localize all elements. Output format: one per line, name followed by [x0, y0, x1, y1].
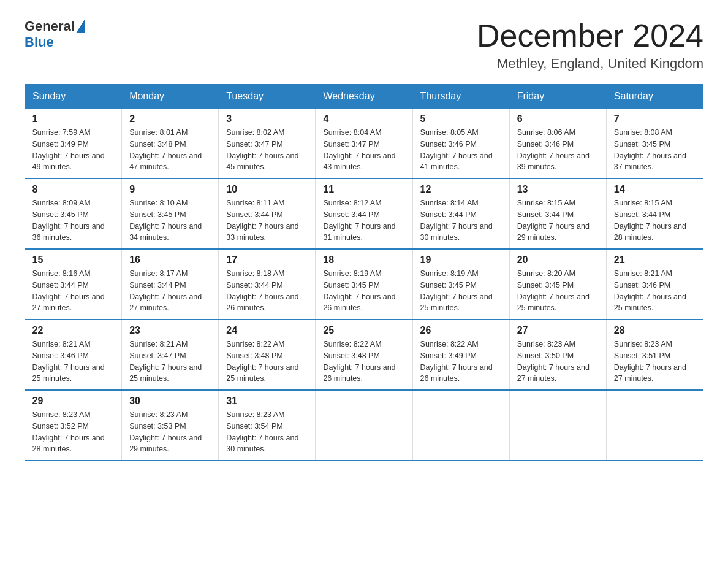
calendar-week-row: 29Sunrise: 8:23 AMSunset: 3:52 PMDayligh… — [25, 390, 703, 461]
calendar-cell — [606, 390, 703, 461]
calendar-cell: 17Sunrise: 8:18 AMSunset: 3:44 PMDayligh… — [219, 249, 316, 320]
calendar-week-row: 22Sunrise: 8:21 AMSunset: 3:46 PMDayligh… — [25, 320, 703, 390]
day-number: 24 — [226, 325, 308, 336]
calendar-cell: 21Sunrise: 8:21 AMSunset: 3:46 PMDayligh… — [606, 249, 703, 320]
calendar-cell: 15Sunrise: 8:16 AMSunset: 3:44 PMDayligh… — [25, 249, 122, 320]
day-number: 7 — [614, 113, 696, 124]
day-info: Sunrise: 8:22 AMSunset: 3:48 PMDaylight:… — [226, 339, 308, 385]
month-title: December 2024 — [477, 18, 703, 53]
day-number: 2 — [129, 113, 211, 124]
day-info: Sunrise: 8:06 AMSunset: 3:46 PMDaylight:… — [517, 127, 599, 173]
title-area: December 2024 Methley, England, United K… — [477, 18, 703, 72]
day-number: 14 — [614, 184, 696, 195]
day-info: Sunrise: 8:01 AMSunset: 3:48 PMDaylight:… — [129, 127, 211, 173]
day-number: 11 — [323, 184, 404, 195]
calendar-cell — [316, 390, 412, 461]
day-number: 27 — [517, 325, 599, 336]
day-info: Sunrise: 8:23 AMSunset: 3:54 PMDaylight:… — [226, 409, 308, 455]
day-info: Sunrise: 8:21 AMSunset: 3:46 PMDaylight:… — [32, 339, 115, 385]
calendar-cell: 3Sunrise: 8:02 AMSunset: 3:47 PMDaylight… — [219, 109, 316, 179]
day-number: 20 — [517, 255, 599, 266]
calendar-cell: 23Sunrise: 8:21 AMSunset: 3:47 PMDayligh… — [122, 320, 219, 390]
calendar-cell: 1Sunrise: 7:59 AMSunset: 3:49 PMDaylight… — [25, 109, 122, 179]
calendar-cell: 18Sunrise: 8:19 AMSunset: 3:45 PMDayligh… — [316, 249, 412, 320]
logo-triangle-icon — [76, 20, 85, 33]
day-number: 23 — [129, 325, 211, 336]
day-number: 29 — [32, 396, 115, 407]
calendar-cell: 30Sunrise: 8:23 AMSunset: 3:53 PMDayligh… — [122, 390, 219, 461]
calendar-cell: 28Sunrise: 8:23 AMSunset: 3:51 PMDayligh… — [606, 320, 703, 390]
logo-general-text: General — [25, 18, 75, 34]
calendar-cell: 29Sunrise: 8:23 AMSunset: 3:52 PMDayligh… — [25, 390, 122, 461]
logo: General Blue — [25, 18, 85, 50]
day-number: 5 — [420, 113, 502, 124]
day-info: Sunrise: 8:21 AMSunset: 3:46 PMDaylight:… — [614, 268, 696, 314]
day-info: Sunrise: 8:23 AMSunset: 3:50 PMDaylight:… — [517, 339, 599, 385]
day-info: Sunrise: 8:18 AMSunset: 3:44 PMDaylight:… — [226, 268, 308, 314]
day-info: Sunrise: 8:19 AMSunset: 3:45 PMDaylight:… — [323, 268, 404, 314]
day-info: Sunrise: 8:22 AMSunset: 3:48 PMDaylight:… — [323, 339, 404, 385]
day-info: Sunrise: 8:23 AMSunset: 3:53 PMDaylight:… — [129, 409, 211, 455]
day-info: Sunrise: 8:15 AMSunset: 3:44 PMDaylight:… — [517, 197, 599, 243]
day-number: 17 — [226, 255, 308, 266]
logo-blue-text: Blue — [25, 34, 54, 50]
day-info: Sunrise: 8:20 AMSunset: 3:45 PMDaylight:… — [517, 268, 599, 314]
day-number: 25 — [323, 325, 404, 336]
location-title: Methley, England, United Kingdom — [477, 56, 703, 72]
calendar-cell: 16Sunrise: 8:17 AMSunset: 3:44 PMDayligh… — [122, 249, 219, 320]
calendar-week-row: 8Sunrise: 8:09 AMSunset: 3:45 PMDaylight… — [25, 178, 703, 249]
day-number: 6 — [517, 113, 599, 124]
day-info: Sunrise: 8:22 AMSunset: 3:49 PMDaylight:… — [420, 339, 502, 385]
weekday-header-monday: Monday — [122, 85, 219, 109]
day-number: 28 — [614, 325, 696, 336]
day-info: Sunrise: 7:59 AMSunset: 3:49 PMDaylight:… — [32, 127, 115, 173]
day-info: Sunrise: 8:05 AMSunset: 3:46 PMDaylight:… — [420, 127, 502, 173]
page-header: General Blue December 2024 Methley, Engl… — [25, 18, 703, 72]
day-info: Sunrise: 8:09 AMSunset: 3:45 PMDaylight:… — [32, 197, 115, 243]
day-info: Sunrise: 8:08 AMSunset: 3:45 PMDaylight:… — [614, 127, 696, 173]
calendar-cell: 9Sunrise: 8:10 AMSunset: 3:45 PMDaylight… — [122, 178, 219, 249]
calendar-cell: 20Sunrise: 8:20 AMSunset: 3:45 PMDayligh… — [509, 249, 606, 320]
day-number: 4 — [323, 113, 404, 124]
day-number: 19 — [420, 255, 502, 266]
calendar-cell: 31Sunrise: 8:23 AMSunset: 3:54 PMDayligh… — [219, 390, 316, 461]
day-info: Sunrise: 8:02 AMSunset: 3:47 PMDaylight:… — [226, 127, 308, 173]
calendar-week-row: 15Sunrise: 8:16 AMSunset: 3:44 PMDayligh… — [25, 249, 703, 320]
weekday-header-saturday: Saturday — [606, 85, 703, 109]
calendar-cell — [412, 390, 509, 461]
day-number: 22 — [32, 325, 115, 336]
calendar-week-row: 1Sunrise: 7:59 AMSunset: 3:49 PMDaylight… — [25, 109, 703, 179]
day-info: Sunrise: 8:16 AMSunset: 3:44 PMDaylight:… — [32, 268, 115, 314]
day-info: Sunrise: 8:23 AMSunset: 3:52 PMDaylight:… — [32, 409, 115, 455]
day-number: 31 — [226, 396, 308, 407]
calendar-cell: 26Sunrise: 8:22 AMSunset: 3:49 PMDayligh… — [412, 320, 509, 390]
calendar-cell: 8Sunrise: 8:09 AMSunset: 3:45 PMDaylight… — [25, 178, 122, 249]
day-number: 1 — [32, 113, 115, 124]
day-info: Sunrise: 8:17 AMSunset: 3:44 PMDaylight:… — [129, 268, 211, 314]
day-number: 30 — [129, 396, 211, 407]
calendar-cell: 10Sunrise: 8:11 AMSunset: 3:44 PMDayligh… — [219, 178, 316, 249]
day-number: 3 — [226, 113, 308, 124]
day-number: 15 — [32, 255, 115, 266]
calendar-cell: 27Sunrise: 8:23 AMSunset: 3:50 PMDayligh… — [509, 320, 606, 390]
day-number: 18 — [323, 255, 404, 266]
weekday-header-thursday: Thursday — [412, 85, 509, 109]
weekday-header-sunday: Sunday — [25, 85, 122, 109]
day-info: Sunrise: 8:15 AMSunset: 3:44 PMDaylight:… — [614, 197, 696, 243]
calendar-cell: 2Sunrise: 8:01 AMSunset: 3:48 PMDaylight… — [122, 109, 219, 179]
day-info: Sunrise: 8:11 AMSunset: 3:44 PMDaylight:… — [226, 197, 308, 243]
calendar-cell: 24Sunrise: 8:22 AMSunset: 3:48 PMDayligh… — [219, 320, 316, 390]
calendar-cell: 6Sunrise: 8:06 AMSunset: 3:46 PMDaylight… — [509, 109, 606, 179]
calendar-cell — [509, 390, 606, 461]
calendar-cell: 22Sunrise: 8:21 AMSunset: 3:46 PMDayligh… — [25, 320, 122, 390]
day-info: Sunrise: 8:19 AMSunset: 3:45 PMDaylight:… — [420, 268, 502, 314]
day-number: 16 — [129, 255, 211, 266]
calendar-table: SundayMondayTuesdayWednesdayThursdayFrid… — [25, 84, 703, 461]
calendar-cell: 13Sunrise: 8:15 AMSunset: 3:44 PMDayligh… — [509, 178, 606, 249]
weekday-header-row: SundayMondayTuesdayWednesdayThursdayFrid… — [25, 85, 703, 109]
day-number: 10 — [226, 184, 308, 195]
weekday-header-wednesday: Wednesday — [316, 85, 412, 109]
day-number: 13 — [517, 184, 599, 195]
calendar-cell: 5Sunrise: 8:05 AMSunset: 3:46 PMDaylight… — [412, 109, 509, 179]
day-info: Sunrise: 8:12 AMSunset: 3:44 PMDaylight:… — [323, 197, 404, 243]
